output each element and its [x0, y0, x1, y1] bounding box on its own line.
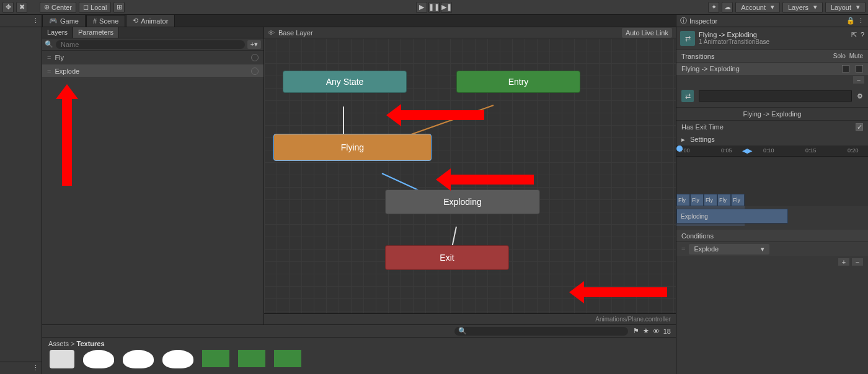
has-exit-time-checkbox[interactable]: ✓	[856, 123, 863, 131]
expand-icon[interactable]: ⇱	[851, 31, 857, 46]
layout-dropdown[interactable]: Layout▾	[825, 2, 866, 13]
hidden-icon[interactable]: 👁	[653, 328, 660, 335]
clip-fly[interactable]: Fly	[690, 194, 704, 206]
tools-icon[interactable]: ✖	[16, 2, 27, 13]
condition-param-dropdown[interactable]: Explode▾	[689, 244, 769, 254]
tab-animator[interactable]: ⟲Animator	[126, 14, 175, 27]
transition-list-item[interactable]: Flying -> Exploding	[676, 63, 868, 75]
texture-thumb[interactable]	[238, 350, 265, 367]
clip-fly[interactable]: Fly	[731, 194, 745, 206]
annotation-arrow	[397, 110, 484, 120]
transition-preview-field[interactable]	[699, 90, 852, 102]
texture-thumb[interactable]	[274, 350, 301, 367]
transition-subtitle: 1 AnimatorTransitionBase	[699, 38, 848, 45]
filter-icon[interactable]: ⚑	[633, 327, 639, 335]
eye-icon[interactable]: 👁	[268, 29, 275, 37]
help-icon[interactable]: ?	[861, 31, 864, 46]
tab-bar: 🎮Game #Scene ⟲Animator	[42, 15, 676, 27]
clip-fly[interactable]: Fly	[704, 194, 717, 206]
account-dropdown[interactable]: Account▾	[735, 2, 780, 13]
tab-game[interactable]: 🎮Game	[42, 14, 86, 27]
graph-footer-path: Animations/Plane.controller	[264, 313, 676, 324]
param-row-explode[interactable]: = Explode	[42, 64, 264, 78]
inspector-panel: ⓘ Inspector 🔒 ⋮ ⇄ Flying -> Exploding 1 …	[676, 15, 868, 374]
count-label: 18	[663, 328, 671, 335]
chevron-right-icon: ▸	[681, 136, 685, 144]
state-exit[interactable]: Exit	[385, 245, 509, 270]
has-exit-time-label: Has Exit Time	[681, 123, 724, 131]
parameters-tab[interactable]: Parameters	[73, 27, 119, 38]
clip-exploding[interactable]: Exploding	[676, 209, 788, 224]
param-trigger-radio[interactable]	[251, 67, 259, 75]
param-row-fly[interactable]: = Fly	[42, 51, 264, 64]
favorite-icon[interactable]: ★	[643, 327, 649, 335]
state-exploding[interactable]: Exploding	[385, 189, 540, 214]
texture-thumb[interactable]	[83, 350, 114, 368]
annotation-arrow	[580, 287, 667, 297]
conditions-header: Conditions	[681, 232, 714, 240]
project-toolbar: 🔍 ⚑ ★ 👁 18	[42, 324, 676, 337]
transition-preview-label: Flying -> Exploding	[676, 108, 868, 121]
mute-checkbox[interactable]	[856, 65, 863, 72]
add-condition-button[interactable]: +	[838, 258, 849, 266]
gear-icon[interactable]: ⚙	[857, 92, 863, 100]
annotation-arrow	[447, 175, 534, 185]
clip-fly[interactable]: Fly	[676, 194, 690, 206]
left-gutter: ⋮ ⋮	[0, 15, 42, 374]
solo-label: Solo	[833, 53, 846, 59]
auto-live-link-toggle[interactable]: Auto Live Link	[622, 28, 672, 38]
solo-checkbox[interactable]	[842, 65, 849, 72]
step-button[interactable]: ▶❚	[441, 2, 452, 13]
game-icon: 🎮	[49, 17, 58, 25]
pause-button[interactable]: ❚❚	[428, 2, 440, 13]
tab-scene[interactable]: #Scene	[86, 15, 125, 27]
layer-breadcrumb[interactable]: Base Layer	[278, 29, 313, 37]
animator-icon: ⟲	[133, 17, 138, 25]
info-icon: ⓘ	[680, 16, 687, 25]
space-toggle[interactable]: ◻Local	[79, 2, 111, 13]
transition-icon: ⇄	[681, 90, 694, 102]
project-search-input[interactable]: 🔍	[454, 327, 628, 336]
transition-icon: ⇄	[680, 31, 695, 46]
state-entry[interactable]: Entry	[456, 71, 580, 93]
settings-foldout[interactable]: ▸ Settings	[676, 133, 868, 146]
annotation-arrow	[62, 99, 72, 186]
collab-icon[interactable]: ✦	[708, 2, 719, 13]
transitions-header: Transitions	[681, 53, 714, 60]
assets-panel: Assets > Textures	[42, 337, 676, 374]
play-button[interactable]: ▶	[416, 2, 427, 13]
lock-icon[interactable]: 🔒	[846, 17, 855, 25]
layers-dropdown[interactable]: Layers▾	[782, 2, 823, 13]
param-search-input[interactable]	[56, 40, 245, 49]
clip-fly[interactable]: Fly	[717, 194, 731, 206]
texture-thumb[interactable]	[202, 350, 229, 367]
transition-timeline[interactable]: 0:00 0:05 0:10 0:15 0:20 ◀▶ Fly Fly Fly …	[676, 146, 868, 226]
remove-transition-button[interactable]: −	[853, 76, 864, 84]
state-any-state[interactable]: Any State	[283, 71, 407, 93]
snap-icon[interactable]: ⊞	[113, 2, 125, 13]
state-flying[interactable]: Flying	[273, 134, 432, 161]
assets-breadcrumb[interactable]: Assets > Textures	[42, 337, 676, 350]
scene-icon: #	[93, 17, 97, 25]
menu-icon[interactable]: ⋮	[857, 17, 864, 25]
layers-tab[interactable]: Layers	[42, 27, 73, 38]
animator-graph[interactable]: 👁 Base Layer Auto Live Link	[264, 27, 676, 324]
add-param-button[interactable]: +▾	[247, 40, 261, 49]
param-trigger-radio[interactable]	[251, 54, 259, 61]
search-icon: 🔍	[45, 40, 53, 48]
texture-thumb[interactable]	[50, 350, 74, 368]
remove-condition-button[interactable]: −	[852, 258, 863, 266]
pivot-toggle[interactable]: ⊕Center	[40, 2, 76, 13]
cloud-icon[interactable]: ☁	[722, 2, 733, 13]
parameters-panel: Layers Parameters 🔍 +▾ = Fly = Explode	[42, 27, 264, 324]
main-toolbar: ✥ ✖ ⊕Center ◻Local ⊞ ▶ ❚❚ ▶❚ ✦ ☁ Account…	[0, 0, 868, 15]
condition-row: = Explode▾	[676, 242, 868, 256]
texture-thumb[interactable]	[123, 350, 154, 368]
texture-thumb[interactable]	[162, 350, 193, 368]
menu-icon[interactable]: ⋮	[32, 17, 39, 25]
drag-handle-icon: =	[47, 67, 51, 75]
menu-icon[interactable]: ⋮	[32, 364, 39, 372]
hand-tool-icon[interactable]: ✥	[2, 2, 14, 13]
drag-handle-icon: =	[47, 54, 51, 61]
inspector-title: Inspector	[689, 17, 717, 25]
